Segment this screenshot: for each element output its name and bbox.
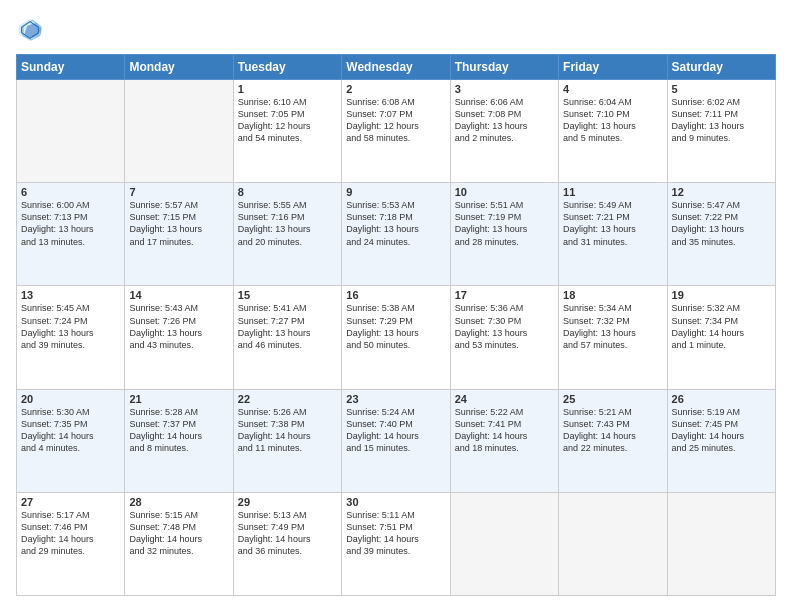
day-info: Sunrise: 5:45 AM Sunset: 7:24 PM Dayligh… xyxy=(21,302,120,351)
day-info: Sunrise: 5:34 AM Sunset: 7:32 PM Dayligh… xyxy=(563,302,662,351)
day-info: Sunrise: 5:21 AM Sunset: 7:43 PM Dayligh… xyxy=(563,406,662,455)
day-info: Sunrise: 5:24 AM Sunset: 7:40 PM Dayligh… xyxy=(346,406,445,455)
day-info: Sunrise: 5:53 AM Sunset: 7:18 PM Dayligh… xyxy=(346,199,445,248)
calendar-cell xyxy=(17,80,125,183)
day-number: 30 xyxy=(346,496,445,508)
day-number: 29 xyxy=(238,496,337,508)
day-number: 19 xyxy=(672,289,771,301)
calendar-cell: 6Sunrise: 6:00 AM Sunset: 7:13 PM Daylig… xyxy=(17,183,125,286)
day-number: 4 xyxy=(563,83,662,95)
calendar-cell: 20Sunrise: 5:30 AM Sunset: 7:35 PM Dayli… xyxy=(17,389,125,492)
calendar-cell: 16Sunrise: 5:38 AM Sunset: 7:29 PM Dayli… xyxy=(342,286,450,389)
header xyxy=(16,16,776,44)
logo-icon xyxy=(16,16,44,44)
calendar-cell: 29Sunrise: 5:13 AM Sunset: 7:49 PM Dayli… xyxy=(233,492,341,595)
day-info: Sunrise: 5:15 AM Sunset: 7:48 PM Dayligh… xyxy=(129,509,228,558)
day-info: Sunrise: 5:32 AM Sunset: 7:34 PM Dayligh… xyxy=(672,302,771,351)
calendar-cell: 26Sunrise: 5:19 AM Sunset: 7:45 PM Dayli… xyxy=(667,389,775,492)
day-number: 10 xyxy=(455,186,554,198)
day-number: 9 xyxy=(346,186,445,198)
day-number: 28 xyxy=(129,496,228,508)
calendar-cell: 28Sunrise: 5:15 AM Sunset: 7:48 PM Dayli… xyxy=(125,492,233,595)
day-number: 16 xyxy=(346,289,445,301)
calendar-header-tuesday: Tuesday xyxy=(233,55,341,80)
day-number: 22 xyxy=(238,393,337,405)
day-info: Sunrise: 5:41 AM Sunset: 7:27 PM Dayligh… xyxy=(238,302,337,351)
calendar-header-saturday: Saturday xyxy=(667,55,775,80)
calendar-cell: 9Sunrise: 5:53 AM Sunset: 7:18 PM Daylig… xyxy=(342,183,450,286)
calendar-cell: 17Sunrise: 5:36 AM Sunset: 7:30 PM Dayli… xyxy=(450,286,558,389)
calendar-cell: 21Sunrise: 5:28 AM Sunset: 7:37 PM Dayli… xyxy=(125,389,233,492)
calendar-week-row: 6Sunrise: 6:00 AM Sunset: 7:13 PM Daylig… xyxy=(17,183,776,286)
calendar-header-thursday: Thursday xyxy=(450,55,558,80)
calendar-cell: 13Sunrise: 5:45 AM Sunset: 7:24 PM Dayli… xyxy=(17,286,125,389)
day-info: Sunrise: 6:04 AM Sunset: 7:10 PM Dayligh… xyxy=(563,96,662,145)
calendar-week-row: 1Sunrise: 6:10 AM Sunset: 7:05 PM Daylig… xyxy=(17,80,776,183)
calendar-header-sunday: Sunday xyxy=(17,55,125,80)
calendar-cell: 15Sunrise: 5:41 AM Sunset: 7:27 PM Dayli… xyxy=(233,286,341,389)
calendar-cell: 11Sunrise: 5:49 AM Sunset: 7:21 PM Dayli… xyxy=(559,183,667,286)
calendar-cell xyxy=(667,492,775,595)
calendar-cell: 22Sunrise: 5:26 AM Sunset: 7:38 PM Dayli… xyxy=(233,389,341,492)
day-number: 5 xyxy=(672,83,771,95)
day-number: 17 xyxy=(455,289,554,301)
day-number: 18 xyxy=(563,289,662,301)
day-number: 25 xyxy=(563,393,662,405)
day-info: Sunrise: 5:19 AM Sunset: 7:45 PM Dayligh… xyxy=(672,406,771,455)
calendar-week-row: 27Sunrise: 5:17 AM Sunset: 7:46 PM Dayli… xyxy=(17,492,776,595)
calendar-cell: 18Sunrise: 5:34 AM Sunset: 7:32 PM Dayli… xyxy=(559,286,667,389)
day-info: Sunrise: 6:06 AM Sunset: 7:08 PM Dayligh… xyxy=(455,96,554,145)
day-info: Sunrise: 5:47 AM Sunset: 7:22 PM Dayligh… xyxy=(672,199,771,248)
day-number: 21 xyxy=(129,393,228,405)
day-info: Sunrise: 5:30 AM Sunset: 7:35 PM Dayligh… xyxy=(21,406,120,455)
calendar-cell: 30Sunrise: 5:11 AM Sunset: 7:51 PM Dayli… xyxy=(342,492,450,595)
logo xyxy=(16,16,48,44)
calendar-week-row: 20Sunrise: 5:30 AM Sunset: 7:35 PM Dayli… xyxy=(17,389,776,492)
calendar-cell: 8Sunrise: 5:55 AM Sunset: 7:16 PM Daylig… xyxy=(233,183,341,286)
calendar-cell: 10Sunrise: 5:51 AM Sunset: 7:19 PM Dayli… xyxy=(450,183,558,286)
calendar-header-monday: Monday xyxy=(125,55,233,80)
page: SundayMondayTuesdayWednesdayThursdayFrid… xyxy=(0,0,792,612)
day-number: 2 xyxy=(346,83,445,95)
calendar-cell: 4Sunrise: 6:04 AM Sunset: 7:10 PM Daylig… xyxy=(559,80,667,183)
calendar-cell xyxy=(125,80,233,183)
calendar-header-friday: Friday xyxy=(559,55,667,80)
day-info: Sunrise: 6:10 AM Sunset: 7:05 PM Dayligh… xyxy=(238,96,337,145)
calendar-cell: 3Sunrise: 6:06 AM Sunset: 7:08 PM Daylig… xyxy=(450,80,558,183)
day-number: 7 xyxy=(129,186,228,198)
day-number: 3 xyxy=(455,83,554,95)
calendar-cell: 25Sunrise: 5:21 AM Sunset: 7:43 PM Dayli… xyxy=(559,389,667,492)
day-info: Sunrise: 5:28 AM Sunset: 7:37 PM Dayligh… xyxy=(129,406,228,455)
day-info: Sunrise: 5:49 AM Sunset: 7:21 PM Dayligh… xyxy=(563,199,662,248)
day-number: 1 xyxy=(238,83,337,95)
calendar-cell: 27Sunrise: 5:17 AM Sunset: 7:46 PM Dayli… xyxy=(17,492,125,595)
day-number: 27 xyxy=(21,496,120,508)
day-number: 8 xyxy=(238,186,337,198)
calendar-cell: 23Sunrise: 5:24 AM Sunset: 7:40 PM Dayli… xyxy=(342,389,450,492)
calendar-week-row: 13Sunrise: 5:45 AM Sunset: 7:24 PM Dayli… xyxy=(17,286,776,389)
calendar-cell: 1Sunrise: 6:10 AM Sunset: 7:05 PM Daylig… xyxy=(233,80,341,183)
day-info: Sunrise: 5:55 AM Sunset: 7:16 PM Dayligh… xyxy=(238,199,337,248)
day-number: 23 xyxy=(346,393,445,405)
day-number: 14 xyxy=(129,289,228,301)
calendar-header-row: SundayMondayTuesdayWednesdayThursdayFrid… xyxy=(17,55,776,80)
day-info: Sunrise: 5:43 AM Sunset: 7:26 PM Dayligh… xyxy=(129,302,228,351)
calendar-table: SundayMondayTuesdayWednesdayThursdayFrid… xyxy=(16,54,776,596)
day-info: Sunrise: 5:22 AM Sunset: 7:41 PM Dayligh… xyxy=(455,406,554,455)
day-number: 20 xyxy=(21,393,120,405)
day-number: 24 xyxy=(455,393,554,405)
day-number: 11 xyxy=(563,186,662,198)
day-info: Sunrise: 6:08 AM Sunset: 7:07 PM Dayligh… xyxy=(346,96,445,145)
day-info: Sunrise: 5:57 AM Sunset: 7:15 PM Dayligh… xyxy=(129,199,228,248)
day-number: 6 xyxy=(21,186,120,198)
calendar-cell: 2Sunrise: 6:08 AM Sunset: 7:07 PM Daylig… xyxy=(342,80,450,183)
calendar-header-wednesday: Wednesday xyxy=(342,55,450,80)
calendar-cell: 7Sunrise: 5:57 AM Sunset: 7:15 PM Daylig… xyxy=(125,183,233,286)
day-number: 12 xyxy=(672,186,771,198)
calendar-cell xyxy=(450,492,558,595)
day-info: Sunrise: 5:36 AM Sunset: 7:30 PM Dayligh… xyxy=(455,302,554,351)
calendar-cell xyxy=(559,492,667,595)
day-info: Sunrise: 5:51 AM Sunset: 7:19 PM Dayligh… xyxy=(455,199,554,248)
calendar-cell: 5Sunrise: 6:02 AM Sunset: 7:11 PM Daylig… xyxy=(667,80,775,183)
calendar-cell: 12Sunrise: 5:47 AM Sunset: 7:22 PM Dayli… xyxy=(667,183,775,286)
